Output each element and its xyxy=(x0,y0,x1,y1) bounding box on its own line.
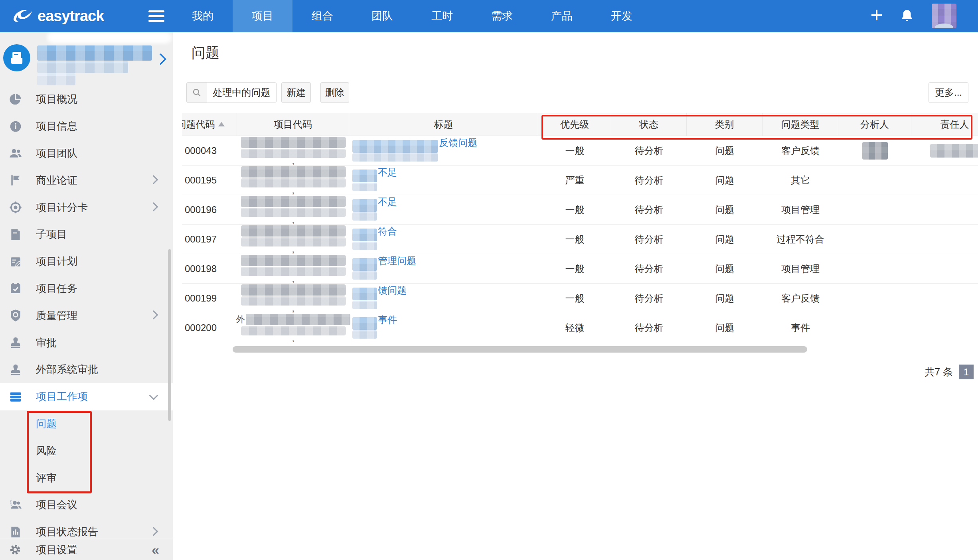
cell-title: 馈问题 xyxy=(349,284,538,313)
issue-title-link[interactable]: 符合 xyxy=(378,225,397,238)
issue-title-link[interactable]: 馈问题 xyxy=(378,284,407,297)
blurred-title-line1 xyxy=(352,258,377,271)
blurred-title xyxy=(352,199,377,221)
issue-row-000200[interactable]: 000200外,事件轻微待分析问题事件 xyxy=(182,313,978,342)
blurred-title xyxy=(352,288,377,309)
sidebar-item-project-work-items[interactable]: 项目工作项 xyxy=(0,383,173,410)
issue-row-000196[interactable]: 000196,不足一般待分析问题项目管理 xyxy=(182,195,978,225)
nav-tab-requirement[interactable]: 需求 xyxy=(472,0,532,32)
page-number-1[interactable]: 1 xyxy=(959,365,974,379)
sidebar-item-project-scorecard[interactable]: 项目计分卡 xyxy=(0,194,173,221)
total-count-label: 共7 条 xyxy=(905,365,953,379)
cell-title: 事件 xyxy=(349,313,538,342)
filter-search-group: 处理中的问题 xyxy=(186,82,277,103)
column-header-issue-type[interactable]: 问题类型 xyxy=(763,113,838,136)
sidebar-item-reviews[interactable]: 评审 xyxy=(0,464,173,491)
cell-category: 问题 xyxy=(687,284,763,313)
issue-row-000197[interactable]: 000197,符合一般待分析问题过程不符合 xyxy=(182,225,978,254)
sidebar-item-project-overview[interactable]: 项目概况 xyxy=(0,86,173,113)
issue-title-link[interactable]: 不足 xyxy=(378,195,397,209)
sidebar-item-issues[interactable]: 问题 xyxy=(0,410,173,438)
nav-tab-development[interactable]: 开发 xyxy=(592,0,652,32)
issue-type-value: 项目管理 xyxy=(781,203,820,216)
blurred-title xyxy=(352,317,377,339)
sort-asc-icon[interactable] xyxy=(218,122,225,126)
issue-title-link[interactable]: 反馈问题 xyxy=(439,136,477,150)
sidebar-item-quality-management[interactable]: 质量管理 xyxy=(0,302,173,329)
new-button[interactable]: 新建 xyxy=(281,82,311,103)
cell-project-code: , xyxy=(237,195,349,224)
notification-bell-icon[interactable] xyxy=(899,8,915,24)
more-button[interactable]: 更多... xyxy=(929,82,968,103)
easytrack-logo[interactable]: easytrack xyxy=(10,0,104,32)
cell-priority: 严重 xyxy=(538,166,611,195)
project-switch-chevron-icon[interactable] xyxy=(155,53,167,65)
issue-row-000199[interactable]: 000199,馈问题一般待分析问题客户反馈 xyxy=(182,284,978,313)
cell-priority: 一般 xyxy=(538,225,611,254)
issue-title-link[interactable]: 事件 xyxy=(378,313,397,327)
logo-swoosh-icon xyxy=(10,7,34,26)
search-icon[interactable] xyxy=(187,83,207,103)
delete-button[interactable]: 删除 xyxy=(320,82,349,103)
sidebar-item-approval[interactable]: 审批 xyxy=(0,329,173,356)
nav-tab-portfolio[interactable]: 组合 xyxy=(292,0,352,32)
sidebar-item-subproject[interactable]: 子项目 xyxy=(0,221,173,248)
column-header-issue-code[interactable]: 问题代码 xyxy=(182,113,237,136)
issue-row-000195[interactable]: 000195,不足严重待分析问题其它 xyxy=(182,166,978,195)
cell-status: 待分析 xyxy=(611,225,687,254)
issues-table: 问题代码项目代码标题优先级状态类别问题类型分析人责任人 000043,反馈问题一… xyxy=(182,113,978,342)
column-header-category[interactable]: 类别 xyxy=(687,113,763,136)
blurred-project-name xyxy=(241,196,346,207)
sidebar-item-project-plan[interactable]: 项目计划 xyxy=(0,248,173,275)
project-code-comma: , xyxy=(292,159,294,165)
blurred-title xyxy=(352,170,377,191)
status-value: 待分析 xyxy=(635,174,664,187)
column-header-analyst[interactable]: 分析人 xyxy=(838,113,911,136)
column-label: 状态 xyxy=(639,118,658,131)
sidebar-item-label: 质量管理 xyxy=(36,309,77,323)
issue-title-link[interactable]: 不足 xyxy=(378,166,397,179)
user-avatar[interactable] xyxy=(932,4,956,28)
gear-icon xyxy=(9,544,21,556)
sidebar-item-project-meeting[interactable]: 项目会议 xyxy=(0,491,173,519)
sidebar-item-project-settings[interactable]: 项目设置 « xyxy=(0,539,173,560)
issue-row-000043[interactable]: 000043,反馈问题一般待分析问题客户反馈 xyxy=(182,136,978,166)
sidebar-item-project-team[interactable]: 项目团队 xyxy=(0,140,173,167)
add-plus-icon[interactable]: + xyxy=(865,0,888,32)
status-value: 待分析 xyxy=(635,233,664,246)
column-header-project-code[interactable]: 项目代码 xyxy=(237,113,349,136)
work-items-icon xyxy=(9,390,22,403)
cell-status: 待分析 xyxy=(611,313,687,342)
sidebar-item-external-approval[interactable]: 外部系统审批 xyxy=(0,356,173,383)
sidebar-item-project-info[interactable]: 项目信息 xyxy=(0,113,173,140)
sidebar-item-risks[interactable]: 风险 xyxy=(0,437,173,464)
cell-title: 反馈问题 xyxy=(349,136,538,165)
nav-tab-team[interactable]: 团队 xyxy=(352,0,412,32)
blurred-title-line2 xyxy=(352,271,377,280)
column-header-title[interactable]: 标题 xyxy=(349,113,538,136)
cell-priority: 轻微 xyxy=(538,313,611,342)
nav-tab-timesheet[interactable]: 工时 xyxy=(412,0,472,32)
cell-analyst xyxy=(838,136,911,165)
sidebar-item-business-case[interactable]: 商业论证 xyxy=(0,167,173,194)
hamburger-menu-icon[interactable] xyxy=(148,10,164,22)
column-header-priority[interactable]: 优先级 xyxy=(538,113,611,136)
sidebar-item-project-task[interactable]: 项目任务 xyxy=(0,275,173,302)
nav-tab-project[interactable]: 项目 xyxy=(233,0,292,32)
issue-title-link[interactable]: 管理问题 xyxy=(378,254,416,268)
column-header-status[interactable]: 状态 xyxy=(611,113,687,136)
filter-value[interactable]: 处理中的问题 xyxy=(207,83,276,103)
cell-priority: 一般 xyxy=(538,284,611,313)
horizontal-scrollbar[interactable] xyxy=(233,346,807,353)
nav-tab-my[interactable]: 我的 xyxy=(173,0,233,32)
sidebar-item-label: 项目概况 xyxy=(36,92,77,106)
sidebar-scrollbar[interactable] xyxy=(168,249,171,421)
blurred-title-line2 xyxy=(352,242,377,250)
collapse-sidebar-icon[interactable]: « xyxy=(152,544,159,556)
table-header-row: 问题代码项目代码标题优先级状态类别问题类型分析人责任人 xyxy=(182,113,978,136)
issue-row-000198[interactable]: 000198,管理问题一般待分析问题项目管理 xyxy=(182,254,978,284)
column-header-owner[interactable]: 责任人 xyxy=(911,113,978,136)
project-avatar[interactable] xyxy=(3,44,30,71)
nav-tab-product[interactable]: 产品 xyxy=(532,0,592,32)
sidebar-item-label: 项目状态报告 xyxy=(36,525,98,539)
